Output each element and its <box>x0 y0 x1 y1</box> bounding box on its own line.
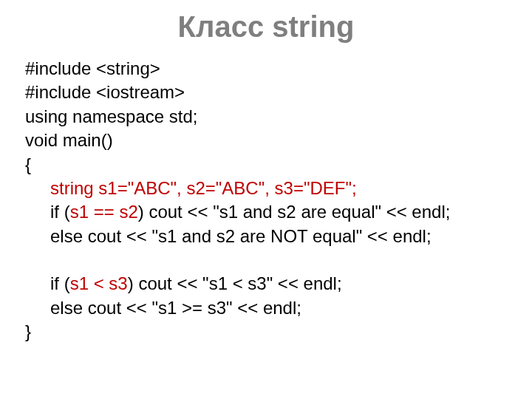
code-line: if (s1 == s2) cout << "s1 and s2 are equ… <box>25 200 507 224</box>
code-highlight: s1 == s2 <box>70 202 138 222</box>
code-text: if ( <box>50 273 70 293</box>
code-text: ) cout << "s1 < s3" << endl; <box>128 273 342 293</box>
code-text: ) cout << "s1 and s2 are equal" << endl; <box>138 202 451 222</box>
code-block: #include <string> #include <iostream> us… <box>0 57 532 344</box>
blank-line <box>25 248 507 272</box>
code-line: } <box>25 320 507 344</box>
code-line: else cout << "s1 and s2 are NOT equal" <… <box>25 225 507 248</box>
code-highlight: s1 < s3 <box>70 273 128 293</box>
code-line: if (s1 < s3) cout << "s1 < s3" << endl; <box>25 272 507 296</box>
code-text: if ( <box>50 202 70 222</box>
code-line: string s1="ABC", s2="ABC", s3="DEF"; <box>25 177 507 200</box>
slide: Класс string #include <string> #include … <box>0 10 532 399</box>
code-line: #include <iostream> <box>25 81 507 104</box>
slide-title: Класс string <box>0 10 532 44</box>
code-line: { <box>25 153 507 177</box>
code-line: using namespace std; <box>25 105 507 129</box>
code-highlight: string s1="ABC", s2="ABC", s3="DEF"; <box>50 178 357 198</box>
code-line: void main() <box>25 129 507 152</box>
code-line: #include <string> <box>25 57 507 81</box>
code-line: else cout << "s1 >= s3" << endl; <box>25 296 507 320</box>
